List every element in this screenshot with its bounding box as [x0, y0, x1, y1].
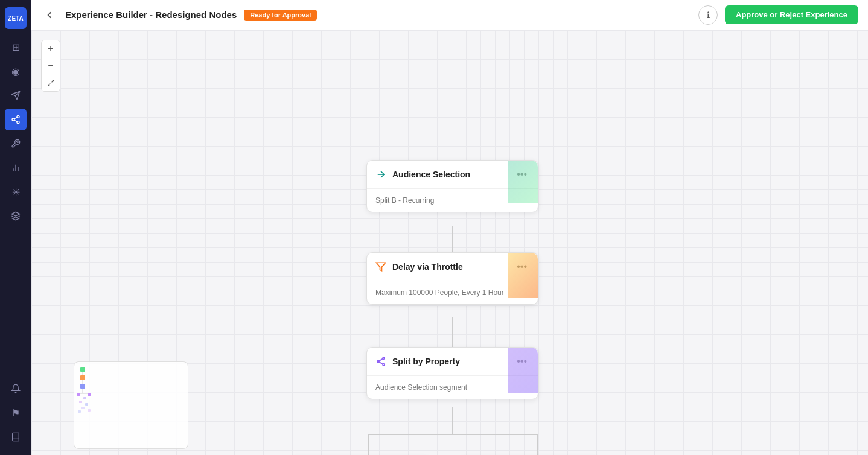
minimap-inner [74, 362, 188, 448]
sidebar-item-chart[interactable] [5, 157, 27, 179]
sidebar-item-puzzle[interactable] [5, 133, 27, 154]
delay-throttle-node: Delay via Throttle ••• Maximum 100000 Pe… [366, 252, 538, 305]
svg-rect-40 [78, 410, 81, 413]
info-button[interactable]: ℹ [698, 5, 718, 25]
svg-marker-14 [377, 262, 386, 271]
zoom-fit-button[interactable] [42, 74, 60, 91]
svg-point-16 [377, 361, 379, 363]
connector-right [537, 434, 538, 455]
svg-rect-36 [79, 401, 82, 403]
back-button[interactable] [41, 7, 58, 24]
sidebar-item-flag[interactable]: ⚑ [5, 402, 27, 424]
svg-line-18 [379, 362, 383, 364]
svg-rect-39 [88, 409, 91, 412]
split-property-node: Split by Property ••• Audience Selection… [366, 347, 538, 399]
svg-line-19 [379, 359, 383, 361]
audience-selection-node: Audience Selection ••• Split B - Recurri… [366, 160, 538, 212]
delay-node-title: Delay via Throttle [392, 262, 508, 272]
approve-reject-button[interactable]: Approve or Reject Experience [725, 5, 858, 24]
zoom-controls: + − [41, 40, 60, 92]
svg-line-6 [14, 117, 18, 119]
svg-point-3 [12, 118, 14, 121]
svg-line-12 [48, 83, 50, 86]
split-node-subtitle: Audience Selection segment [375, 383, 529, 392]
svg-rect-34 [88, 393, 91, 396]
throttle-icon [375, 261, 386, 272]
svg-rect-38 [81, 407, 85, 409]
page-title: Experience Builder - Redesigned Nodes [65, 10, 237, 20]
canvas[interactable]: + − [31, 30, 868, 455]
svg-rect-37 [85, 403, 88, 406]
zoom-out-button[interactable]: − [42, 57, 60, 74]
sidebar-item-layers[interactable] [5, 205, 27, 227]
svg-point-4 [17, 121, 19, 124]
svg-line-11 [51, 80, 54, 82]
svg-rect-28 [80, 384, 85, 389]
header: Experience Builder - Redesigned Nodes Re… [31, 0, 868, 30]
svg-rect-26 [80, 367, 85, 372]
connector-left [368, 434, 369, 455]
svg-rect-27 [80, 375, 85, 380]
connector-2 [452, 317, 453, 350]
sidebar-item-book[interactable] [5, 426, 27, 448]
svg-marker-10 [11, 212, 19, 216]
connector-3 [452, 407, 453, 434]
sidebar-item-bell[interactable] [5, 378, 27, 399]
sidebar-logo: ZETA [5, 7, 27, 29]
audience-icon [375, 169, 386, 180]
sidebar-item-flow[interactable] [5, 109, 27, 130]
audience-node-title: Audience Selection [392, 170, 508, 179]
svg-rect-35 [83, 397, 86, 399]
main-content: Experience Builder - Redesigned Nodes Re… [31, 0, 868, 455]
sidebar-item-compass[interactable]: ◉ [5, 60, 27, 82]
status-badge: Ready for Approval [244, 10, 317, 21]
svg-point-2 [17, 115, 19, 118]
svg-rect-33 [77, 393, 80, 396]
sidebar-item-grid[interactable]: ⊞ [5, 36, 27, 58]
branch-h-line [368, 434, 537, 435]
sidebar-item-send[interactable] [5, 84, 27, 106]
sidebar: ZETA ⊞ ◉ ✳ ⚑ [0, 0, 31, 455]
svg-point-15 [383, 357, 385, 359]
sidebar-item-sparkle[interactable]: ✳ [5, 181, 27, 203]
zoom-in-button[interactable]: + [42, 40, 60, 57]
svg-line-5 [14, 120, 18, 122]
split-icon [375, 356, 386, 367]
minimap[interactable] [74, 361, 188, 449]
delay-node-subtitle: Maximum 100000 People, Every 1 Hour [375, 288, 529, 297]
audience-node-subtitle: Split B - Recurring [375, 196, 529, 205]
split-node-title: Split by Property [392, 357, 508, 366]
svg-point-17 [383, 364, 385, 366]
